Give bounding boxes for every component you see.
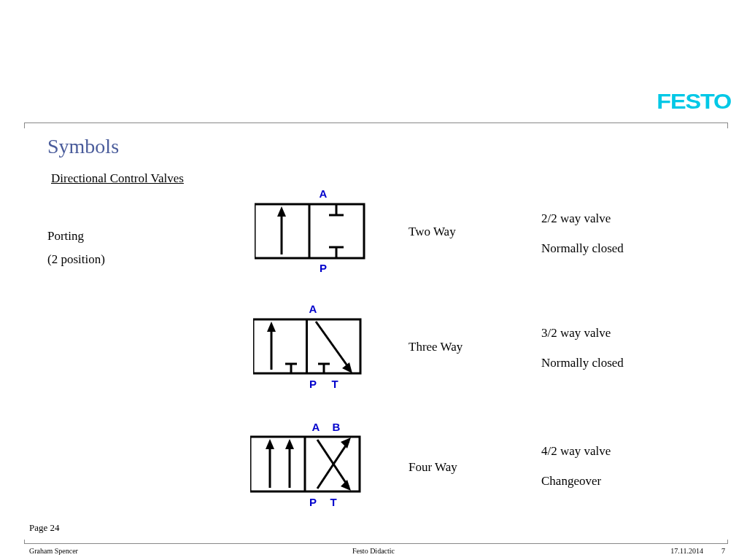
section-heading: Directional Control Valves (51, 171, 184, 186)
page-number: Page 24 (29, 522, 60, 534)
valve-name-3: Four Way (409, 460, 457, 475)
porting-label-1: Porting (47, 229, 84, 244)
port-label-t: T (330, 496, 336, 508)
port-label-p: P (309, 378, 317, 390)
svg-marker-21 (266, 439, 274, 449)
valve-state-1: Normally closed (541, 241, 624, 256)
port-label-a: A (320, 187, 328, 200)
port-label-a: A (309, 303, 317, 315)
valve-diagram-two-way: A P (255, 186, 371, 277)
valve-spec-1: 2/2 way valve (541, 211, 611, 226)
slide-title: Symbols (47, 135, 119, 158)
bottom-rule (24, 540, 728, 544)
footer-slide-number: 7 (721, 547, 725, 555)
svg-marker-11 (267, 322, 276, 332)
svg-marker-3 (277, 206, 286, 217)
port-label-p: P (320, 262, 327, 274)
porting-label-2: (2 position) (47, 252, 105, 267)
footer-date: 17.11.2014 (670, 547, 703, 555)
valve-diagram-three-way: A P T (253, 301, 370, 392)
svg-line-14 (316, 322, 350, 370)
valve-name-1: Two Way (409, 225, 456, 239)
top-rule (24, 122, 728, 128)
brand-logo: FESTO (657, 89, 731, 114)
svg-marker-27 (341, 480, 351, 491)
footer-org: Festo Didactic (0, 547, 747, 555)
port-label-a: A (312, 421, 320, 433)
port-label-b: B (333, 421, 341, 433)
valve-name-2: Three Way (409, 340, 462, 354)
svg-marker-25 (341, 438, 351, 448)
valve-state-2: Normally closed (541, 356, 624, 370)
valve-diagram-four-way: A B P T (250, 419, 367, 510)
port-label-p: P (309, 496, 317, 508)
valve-spec-2: 3/2 way valve (541, 326, 611, 341)
svg-marker-23 (285, 439, 294, 449)
valve-spec-3: 4/2 way valve (541, 444, 611, 459)
port-label-t: T (331, 378, 338, 390)
valve-state-3: Changeover (541, 474, 601, 489)
